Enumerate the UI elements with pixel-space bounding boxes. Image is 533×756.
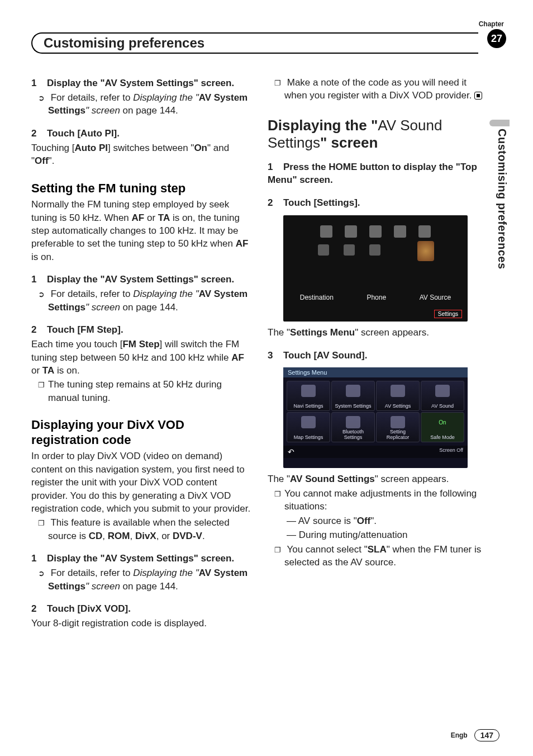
- step-number: 3: [268, 349, 283, 362]
- body-text: The "Settings Menu" screen appears.: [268, 326, 488, 339]
- cross-reference: For details, refer to Displaying the "AV…: [48, 91, 252, 117]
- body-text: The "AV Sound Settings" screen appears.: [268, 472, 488, 485]
- label-av-source: AV Source: [420, 294, 451, 301]
- chapter-label: Chapter: [479, 20, 504, 28]
- page-footer: Engb 147: [451, 729, 499, 741]
- sub-item: — AV source is "Off".: [299, 514, 488, 527]
- chapter-number-badge: 27: [487, 29, 506, 48]
- settings-button-highlight: Settings: [434, 310, 462, 318]
- step-heading: 2Touch [Auto PI].: [31, 127, 252, 140]
- section-heading: Displaying your DivX VOD registration co…: [31, 418, 252, 447]
- cross-reference: For details, refer to Displaying the "AV…: [48, 287, 252, 314]
- page-number: 147: [474, 729, 499, 741]
- navi-settings-tile: Navi Settings: [287, 381, 330, 411]
- body-text: Each time you touch [FM Step] will switc…: [31, 338, 252, 377]
- step-number: 1: [31, 77, 47, 90]
- step-number: 1: [268, 161, 283, 174]
- step-title: Display the "AV System Settings" screen.: [47, 78, 234, 88]
- safe-mode-tile: Safe Mode: [421, 412, 464, 442]
- note-item: Make a note of the code as you will need…: [284, 76, 488, 102]
- step-heading: 1Display the "AV System Settings" screen…: [31, 77, 252, 90]
- av-settings-tile: AV Settings: [376, 381, 420, 411]
- body-text: Normally the FM tuning step employed by …: [31, 198, 252, 263]
- language-code: Engb: [451, 731, 468, 739]
- body-text: Your 8-digit registration code is displa…: [31, 617, 252, 630]
- step-number: 2: [31, 127, 47, 140]
- step-title: Touch [Settings].: [283, 197, 360, 208]
- step-title: Touch [FM Step].: [47, 324, 123, 335]
- sub-item: — During muting/attenuation: [299, 528, 488, 541]
- setting-replicator-tile: Setting Replicator: [376, 412, 420, 442]
- step-number: 2: [31, 603, 47, 616]
- step-heading: 2Touch [Settings].: [268, 197, 488, 210]
- map-settings-tile: Map Settings: [287, 412, 330, 442]
- right-column: Make a note of the code as you will need…: [268, 75, 488, 630]
- screen-off-label: Screen Off: [439, 447, 463, 456]
- label-destination: Destination: [300, 294, 334, 301]
- note-item: This feature is available when the selec…: [48, 516, 252, 542]
- screenshot-settings-menu: Settings Menu Navi Settings System Setti…: [283, 367, 468, 468]
- screenshot-title: Settings Menu: [283, 367, 468, 377]
- body-text: Touching [Auto PI] switches between "On"…: [31, 141, 252, 168]
- side-tab-label: Customising preferences: [496, 129, 508, 270]
- system-settings-tile: System Settings: [331, 381, 375, 411]
- step-number: 1: [31, 273, 47, 286]
- note-item: The tuning step remains at 50 kHz during…: [48, 378, 252, 404]
- step-heading: 1Display the "AV System Settings" screen…: [31, 552, 252, 565]
- step-number: 1: [31, 552, 47, 565]
- main-heading: Displaying the "AV Sound Settings" scree…: [268, 117, 488, 151]
- section-heading: Setting the FM tuning step: [31, 181, 252, 196]
- step-title: Display the "AV System Settings" screen.: [47, 274, 234, 285]
- note-item: You cannot select "SLA" when the FM tune…: [284, 543, 488, 569]
- music-note-icon: [417, 241, 434, 261]
- back-icon: ↶: [288, 447, 294, 456]
- step-heading: 1Display the "AV System Settings" screen…: [31, 273, 252, 286]
- body-text: In order to play DivX VOD (video on dema…: [31, 450, 252, 515]
- note-item: You cannot make adjustments in the follo…: [284, 487, 488, 513]
- step-title: Display the "AV System Settings" screen.: [47, 553, 234, 564]
- step-heading: 2Touch [DivX VOD].: [31, 603, 252, 616]
- end-icon: [474, 92, 482, 100]
- cross-reference: For details, refer to Displaying the "AV…: [48, 566, 252, 593]
- step-title: Touch [DivX VOD].: [47, 603, 131, 614]
- page-title-bar: Customising preferences: [31, 32, 478, 54]
- bluetooth-settings-tile: Bluetooth Settings: [331, 412, 375, 442]
- step-heading: 2Touch [FM Step].: [31, 324, 252, 337]
- step-heading: 3Touch [AV Sound].: [268, 349, 488, 362]
- screenshot-top-menu: Destination Phone AV Source Settings: [283, 215, 468, 322]
- step-title: Touch [Auto PI].: [47, 128, 120, 139]
- step-title: Press the HOME button to display the "To…: [268, 162, 477, 185]
- side-marker: [489, 120, 510, 126]
- left-column: 1Display the "AV System Settings" screen…: [31, 75, 252, 630]
- step-heading: 1Press the HOME button to display the "T…: [268, 161, 488, 187]
- step-number: 2: [268, 197, 283, 210]
- step-number: 2: [31, 324, 47, 337]
- page-title: Customising preferences: [44, 35, 204, 51]
- av-sound-tile: AV Sound: [421, 381, 464, 411]
- step-title: Touch [AV Sound].: [283, 350, 367, 361]
- label-phone: Phone: [367, 294, 386, 301]
